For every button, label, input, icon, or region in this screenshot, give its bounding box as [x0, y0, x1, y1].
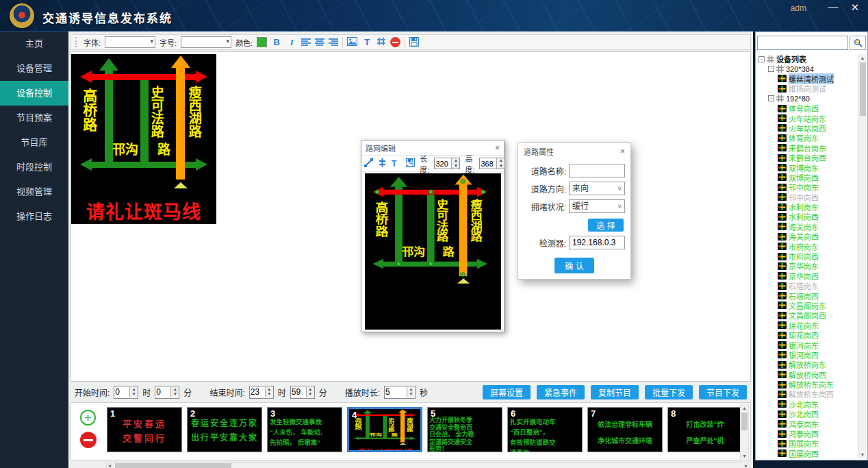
color-swatch[interactable] — [257, 37, 267, 47]
search-input[interactable] — [757, 36, 848, 50]
save-icon[interactable] — [409, 37, 419, 48]
tree-device-row[interactable]: 螺丝湾桥测试 — [757, 74, 858, 84]
add-program-button[interactable]: + — [80, 410, 96, 426]
height-stepper[interactable]: ▲▼ — [479, 158, 505, 169]
tree-device-row[interactable]: 水利岗东 — [757, 202, 858, 212]
height-input[interactable] — [480, 160, 496, 168]
tree-device-row[interactable]: 沙北岗西 — [757, 409, 858, 419]
tree-device-row[interactable]: 国展岗西 — [757, 449, 858, 458]
select-detector-button[interactable]: 选 择 — [588, 219, 624, 232]
roadnet-tool-icon[interactable] — [376, 37, 386, 47]
length-input[interactable] — [435, 160, 451, 168]
node-dot[interactable] — [374, 190, 379, 195]
node-dot[interactable] — [461, 179, 465, 184]
delete-icon[interactable] — [390, 37, 400, 47]
end-hour-stepper[interactable]: ▲▼ — [249, 386, 274, 399]
align-center-icon[interactable] — [315, 38, 324, 46]
tree-device-row[interactable]: 文昌阁岗东 — [757, 301, 858, 310]
sidebar-item-0[interactable]: 主页 — [0, 32, 68, 56]
tree-device-row[interactable]: 邗中岗东 — [757, 182, 858, 192]
tree-device-row[interactable]: 解放桥岗东 — [757, 360, 858, 369]
length-stepper[interactable]: ▲▼ — [434, 158, 460, 169]
minimize-icon[interactable]: — — [826, 0, 841, 12]
action-button-3[interactable]: 批量下发 — [645, 385, 693, 399]
tree-device-row[interactable]: 来鹤台岗东 — [757, 143, 858, 153]
tree-device-row[interactable]: 京华岗西 — [757, 271, 858, 281]
tree-device-row[interactable]: 体育岗东 — [757, 133, 858, 143]
playlist-vertical-scrollbar[interactable]: ▲▼ — [740, 404, 749, 460]
roadnet-dialog-titlebar[interactable]: 路网编辑 × — [361, 140, 504, 156]
node-dot[interactable] — [396, 262, 401, 267]
bold-icon[interactable]: B — [271, 37, 282, 47]
tree-device-row[interactable]: 海关岗东 — [757, 222, 858, 232]
tree-collapse-icon[interactable]: - — [768, 95, 774, 101]
road-props-titlebar[interactable]: 道路属性 × — [518, 143, 630, 160]
close-icon[interactable]: × — [620, 147, 625, 156]
duration-stepper[interactable]: ▲▼ — [384, 386, 416, 399]
tree-device-row[interactable]: 鸿泰岗东 — [757, 419, 858, 428]
playlist-item-1[interactable]: 平安春运交警同行1 — [107, 407, 182, 452]
tree-device-row[interactable]: 双博岗东 — [757, 162, 858, 172]
tree-device-row[interactable]: 邗中岗西 — [757, 192, 858, 201]
close-icon[interactable]: × — [495, 143, 500, 153]
playlist-item-2[interactable]: 春运安全连万家出行平安靠大家2 — [187, 407, 262, 452]
start-min-stepper[interactable]: ▲▼ — [155, 386, 179, 399]
playlist-item-5[interactable]: 大力开展秋冬季交通安全整治百日会战， 全力稳定道路交通安全形势！5 — [427, 407, 502, 452]
tree-device-row[interactable]: 解放桥岗西 — [757, 370, 858, 380]
road-direction-select[interactable]: 来向 — [569, 182, 625, 195]
sidebar-item-7[interactable]: 操作日志 — [0, 204, 68, 229]
tree-scrollbar[interactable]: ▲▼ — [858, 54, 867, 458]
action-button-4[interactable]: 节目下发 — [699, 385, 747, 399]
tree-device-row[interactable]: 文昌阁岗西 — [757, 310, 858, 320]
start-min-input[interactable] — [155, 387, 170, 397]
action-button-0[interactable]: 屏幕设置 — [483, 385, 531, 399]
sidebar-item-3[interactable]: 节目预案 — [0, 106, 68, 130]
text-tool-icon[interactable]: T — [392, 159, 396, 169]
align-right-icon[interactable] — [329, 38, 338, 46]
end-min-stepper[interactable]: ▲▼ — [290, 386, 315, 399]
tree-collapse-icon[interactable]: - — [768, 66, 774, 72]
playlist-item-4[interactable]: 高桥路 史可法路 瘦西湖路 邗沟 路 请礼让斑马线 4 — [347, 407, 422, 452]
tree-device-row[interactable]: 鸿泰岗西 — [757, 429, 858, 439]
tree-device-row[interactable]: 市府岗西 — [757, 251, 858, 261]
road-tool-icon[interactable] — [378, 158, 387, 169]
tree-collapse-icon[interactable]: - — [758, 56, 765, 62]
road-name-input[interactable] — [569, 164, 625, 177]
tree-device-row[interactable]: 石塔岗东 — [757, 281, 858, 291]
tree-device-row[interactable]: 来鹤台岗西 — [757, 153, 858, 162]
toolbar-drag-handle[interactable] — [75, 37, 78, 47]
tree-device-row[interactable]: 双博岗西 — [757, 173, 858, 182]
playlist-horizontal-scrollbar[interactable]: ◂▸ — [106, 462, 750, 468]
sidebar-item-6[interactable]: 视频管理 — [0, 180, 68, 204]
detector-input[interactable] — [569, 236, 625, 249]
italic-icon[interactable]: I — [286, 37, 297, 48]
tree-device-row[interactable]: 京华岗东 — [757, 261, 858, 271]
tree-root-row[interactable]: -设备列表 — [757, 54, 858, 64]
image-icon[interactable] — [347, 37, 357, 47]
tree-device-row[interactable]: 琼花岗西 — [757, 330, 858, 340]
led-preview[interactable]: 高桥路 史可法路 瘦西湖路 邗沟 路 请礼让斑马线 — [71, 54, 216, 224]
tree-device-row[interactable]: 解放桥东岗西 — [757, 389, 858, 399]
editor-canvas[interactable]: 高桥路 史可法路 瘦西湖路 邗沟 路 请礼让斑马线 路网编辑 × T — [71, 51, 751, 382]
logged-in-user[interactable]: adm — [791, 3, 806, 13]
duration-input[interactable] — [385, 387, 407, 397]
fontsize-select[interactable] — [181, 36, 231, 48]
tree-device-row[interactable]: 解放桥东岗东 — [757, 380, 858, 389]
node-dot[interactable] — [429, 262, 433, 267]
tree-device-row[interactable]: 银河岗西 — [757, 350, 858, 360]
sidebar-item-4[interactable]: 节目库 — [0, 130, 68, 155]
roadnet-edit-canvas[interactable]: 高桥路 史可法路 瘦西湖路 邗沟 路 请礼让斑马线 — [365, 173, 501, 330]
playlist-item-6[interactable]: 扎实开展电动车“百日整治”，有效预防道路交通事故。6 — [507, 407, 583, 452]
playlist-item-3[interactable]: 发生轻微交通事故“人未伤， 车能动,先拍照， 后撤离”3 — [267, 407, 342, 452]
close-icon[interactable]: ✕ — [847, 1, 863, 14]
tree-device-row[interactable]: 火车站岗东 — [757, 113, 858, 123]
font-select[interactable] — [105, 36, 155, 48]
start-hour-stepper[interactable]: ▲▼ — [114, 386, 138, 399]
search-button[interactable] — [850, 36, 866, 50]
node-dot[interactable] — [481, 190, 485, 195]
node-dot[interactable] — [461, 272, 465, 277]
tree-device-row[interactable]: 银河岗东 — [757, 340, 858, 349]
sidebar-item-2[interactable]: 设备控制 — [0, 81, 68, 106]
tree-device-row[interactable]: 水利岗西 — [757, 212, 858, 221]
playlist-item-8[interactable]: 打击改装“炸严查严处“机8 — [667, 407, 740, 452]
